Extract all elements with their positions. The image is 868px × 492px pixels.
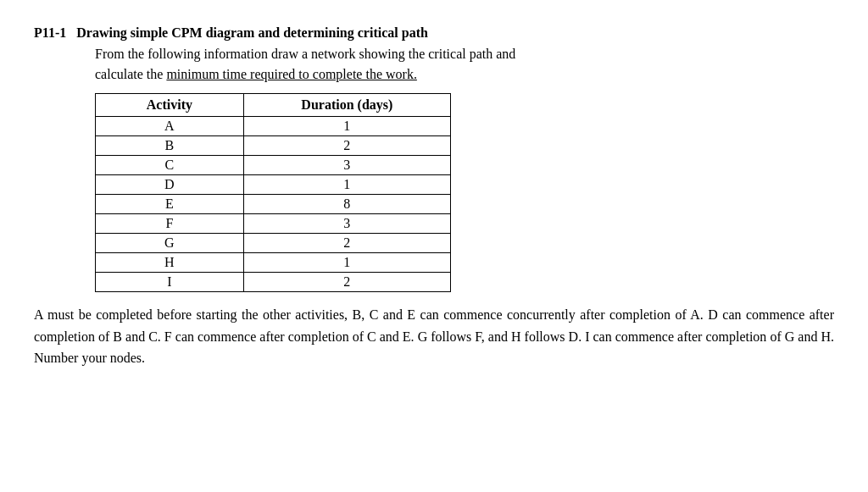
table-row: D1 (96, 175, 451, 195)
table-row: A1 (96, 117, 451, 136)
table-row: C3 (96, 156, 451, 175)
activity-cell: I (96, 273, 244, 292)
description-line1: From the following information draw a ne… (95, 47, 515, 61)
activity-cell: G (96, 234, 244, 253)
duration-cell: 2 (243, 273, 450, 292)
problem-description: From the following information draw a ne… (95, 44, 834, 85)
problem-container: P11-1 Drawing simple CPM diagram and det… (34, 25, 834, 369)
column-header-activity: Activity (96, 94, 244, 117)
activity-cell: H (96, 253, 244, 273)
duration-cell: 2 (243, 136, 450, 156)
activity-cell: F (96, 214, 244, 234)
duration-cell: 2 (243, 234, 450, 253)
table-header-row: Activity Duration (days) (96, 94, 451, 117)
duration-cell: 1 (243, 117, 450, 136)
problem-number: P11-1 (34, 25, 66, 41)
activity-table: Activity Duration (days) A1B2C3D1E8F3G2H… (95, 93, 451, 292)
duration-cell: 3 (243, 214, 450, 234)
column-header-duration: Duration (days) (243, 94, 450, 117)
table-row: F3 (96, 214, 451, 234)
activity-cell: B (96, 136, 244, 156)
duration-cell: 3 (243, 156, 450, 175)
table-row: B2 (96, 136, 451, 156)
duration-cell: 1 (243, 175, 450, 195)
problem-header: P11-1 Drawing simple CPM diagram and det… (34, 25, 834, 41)
problem-paragraph: A must be completed before starting the … (34, 304, 834, 369)
table-row: H1 (96, 253, 451, 273)
table-wrapper: Activity Duration (days) A1B2C3D1E8F3G2H… (95, 93, 834, 292)
table-row: G2 (96, 234, 451, 253)
description-line2: calculate the minimum time required to c… (95, 67, 417, 81)
duration-cell: 1 (243, 253, 450, 273)
problem-title: Drawing simple CPM diagram and determini… (76, 25, 428, 41)
activity-cell: A (96, 117, 244, 136)
table-row: I2 (96, 273, 451, 292)
table-row: E8 (96, 195, 451, 214)
duration-cell: 8 (243, 195, 450, 214)
activity-cell: D (96, 175, 244, 195)
activity-cell: E (96, 195, 244, 214)
paragraph-text: A must be completed before starting the … (34, 307, 834, 365)
activity-cell: C (96, 156, 244, 175)
